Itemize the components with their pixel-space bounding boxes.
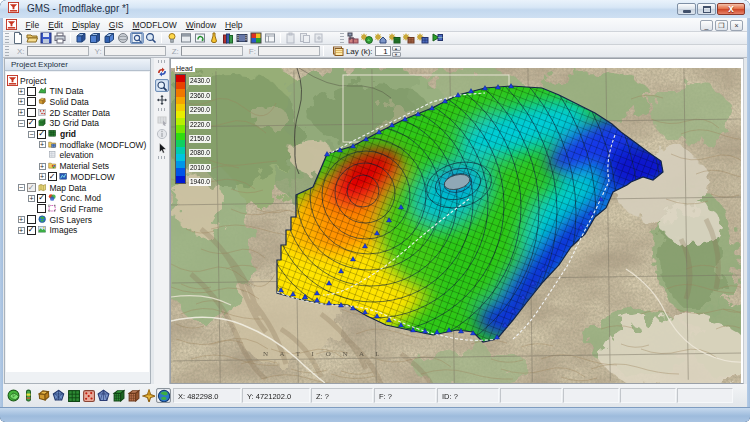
pan-button[interactable] [155, 93, 169, 106]
mod-borehole-button[interactable] [21, 388, 36, 403]
menu-file[interactable]: File [21, 19, 44, 31]
expand-icon[interactable]: + [18, 227, 25, 234]
zoom-tool-button[interactable] [155, 79, 169, 92]
collapse-icon[interactable]: − [18, 184, 25, 191]
zoom-button[interactable] [144, 32, 158, 44]
spinner-down-icon[interactable]: ▼ [392, 52, 401, 57]
checkbox-checked[interactable]: ✓ [37, 130, 46, 139]
mod-solid-button[interactable] [36, 388, 51, 403]
window-gray-button[interactable] [179, 32, 193, 44]
checkbox-checked[interactable]: ✓ [27, 183, 36, 192]
tree-item-images[interactable]: +✓Images [18, 225, 78, 236]
checkbox-unchecked[interactable] [27, 97, 36, 106]
tree-item-elevation[interactable]: elevation [39, 150, 94, 161]
tree-item-grid-frame[interactable]: Grid Frame [28, 203, 103, 214]
print-button[interactable] [53, 32, 67, 44]
map-view[interactable]: N A T I O N A L [170, 58, 744, 384]
mod-map-button[interactable] [141, 388, 156, 403]
tree-item-material-sets[interactable]: +Material Sets [39, 161, 110, 172]
title-bar[interactable]: GMS - [modflake.gpr *] x [0, 0, 750, 18]
tree-item-tin-data[interactable]: +TIN Data [18, 86, 84, 97]
grid-colors-button[interactable] [249, 32, 263, 44]
mod-scatter-button[interactable] [81, 388, 96, 403]
expand-icon[interactable]: + [39, 141, 46, 148]
menu-gis[interactable]: GIS [104, 19, 128, 31]
run-flag-button[interactable] [430, 32, 444, 44]
mod-mesh3d-button[interactable] [96, 388, 111, 403]
project-explorer-header[interactable]: Project Explorer [5, 59, 150, 71]
collapse-icon[interactable]: − [18, 120, 25, 127]
chart-org-button[interactable] [346, 32, 360, 44]
menu-help[interactable]: Help [221, 19, 247, 31]
star-grid-button[interactable] [388, 32, 402, 44]
tree-item-gis-layers[interactable]: +GIS Layers [18, 214, 93, 225]
menu-edit[interactable]: Edit [44, 19, 68, 31]
refresh-button[interactable] [193, 32, 207, 44]
checkbox-unchecked[interactable] [37, 204, 46, 213]
layer-field[interactable]: 1 [375, 46, 391, 56]
menu-window[interactable]: Window [181, 19, 220, 31]
rotate-button[interactable] [155, 65, 169, 78]
checkbox-unchecked[interactable] [27, 108, 36, 117]
close-button[interactable]: x [717, 3, 745, 15]
mdi-close-button[interactable]: × [730, 20, 743, 31]
tree-item-3d-grid-data[interactable]: −✓3D Grid Data [18, 118, 100, 129]
star-house-button[interactable] [374, 32, 388, 44]
window-gray2-button[interactable] [263, 32, 277, 44]
mdi-minimize-button[interactable]: _ [700, 20, 713, 31]
cube-front-button[interactable] [88, 32, 102, 44]
expand-icon[interactable]: + [39, 163, 46, 170]
open-button[interactable] [25, 32, 39, 44]
checkbox-checked[interactable]: ✓ [27, 226, 36, 235]
tree-item-grid[interactable]: −✓grid [28, 129, 76, 140]
mod-gis-button[interactable] [156, 388, 171, 403]
coord-field-f[interactable] [258, 46, 320, 56]
mod-mesh2d-button[interactable] [51, 388, 66, 403]
film-button[interactable] [235, 32, 249, 44]
coord-field-x[interactable] [27, 46, 89, 56]
tree-item-modflake-modflow-[interactable]: +modflake (MODFLOW) [39, 139, 147, 150]
checkbox-checked[interactable]: ✓ [27, 119, 36, 128]
lamp-button[interactable] [207, 32, 221, 44]
tree-item-modflow[interactable]: +✓MODFLOW [39, 171, 115, 182]
tree-item-map-data[interactable]: −✓Map Data [18, 182, 87, 193]
mod-grid2d-button[interactable] [66, 388, 81, 403]
tree-item-solid-data[interactable]: +Solid Data [18, 96, 89, 107]
expand-icon[interactable]: + [39, 173, 46, 180]
cube-side-button[interactable] [102, 32, 116, 44]
sphere-button[interactable] [116, 32, 130, 44]
lightbulb-button[interactable] [165, 32, 179, 44]
checkbox-checked[interactable]: ✓ [37, 194, 46, 203]
expand-icon[interactable]: + [18, 88, 25, 95]
expand-icon[interactable]: + [18, 216, 25, 223]
mod-geostat-button[interactable] [126, 388, 141, 403]
save-button[interactable] [39, 32, 53, 44]
star-tin-button[interactable] [360, 32, 374, 44]
books-button[interactable] [221, 32, 235, 44]
new-button[interactable] [11, 32, 25, 44]
checkbox-unchecked[interactable] [27, 215, 36, 224]
coord-field-y[interactable] [104, 46, 166, 56]
tree-item-2d-scatter-data[interactable]: +2D Scatter Data [18, 107, 110, 118]
checkbox-checked[interactable]: ✓ [48, 172, 57, 181]
menu-modflow[interactable]: MODFLOW [128, 19, 181, 31]
tree-item-project[interactable]: Project [7, 75, 46, 86]
star-blue-button[interactable] [416, 32, 430, 44]
arrow-button[interactable] [155, 141, 169, 154]
expand-icon[interactable]: + [28, 195, 35, 202]
mod-grid3d-button[interactable] [111, 388, 126, 403]
spinner-up-icon[interactable]: ▲ [392, 46, 401, 51]
maximize-button[interactable] [697, 3, 716, 15]
frame-image-button[interactable] [130, 32, 144, 44]
tree-item-conc-mod[interactable]: +✓Conc. Mod [28, 193, 101, 204]
menu-display[interactable]: Display [67, 19, 104, 31]
layer-spinner[interactable]: ▲▼ [392, 46, 401, 57]
minimize-button[interactable] [677, 3, 696, 15]
coord-field-z[interactable] [181, 46, 243, 56]
mod-tin-button[interactable] [6, 388, 21, 403]
star-brown-button[interactable] [402, 32, 416, 44]
cube-oblique-button[interactable] [74, 32, 88, 44]
expand-icon[interactable]: + [18, 109, 25, 116]
collapse-icon[interactable]: − [28, 131, 35, 138]
mdi-restore-button[interactable]: ❐ [715, 20, 728, 31]
